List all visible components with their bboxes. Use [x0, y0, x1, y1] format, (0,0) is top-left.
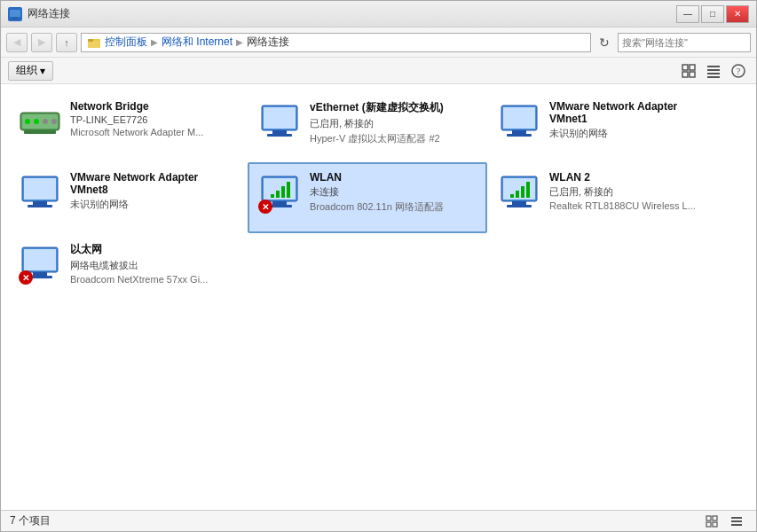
- net-item-wlan2[interactable]: WLAN 2 已启用, 桥接的 Realtek RTL8188CU Wirele…: [487, 162, 727, 233]
- svg-rect-26: [272, 130, 287, 134]
- address-bar: ◀ ▶ ↑ 控制面板 ▶ 网络和 Internet ▶ 网络连接 ↻: [1, 27, 756, 58]
- adapter-status: 未连接: [310, 185, 477, 199]
- svg-rect-25: [264, 107, 296, 129]
- svg-rect-8: [690, 65, 695, 70]
- adapter-status: TP-LINK_EE7726: [70, 114, 237, 125]
- svg-rect-53: [24, 249, 56, 270]
- adapter-info: 以太网 网络电缆被拔出 Broadcom NetXtreme 57xx Gi..…: [70, 242, 237, 285]
- folder-icon: [87, 35, 101, 50]
- svg-rect-29: [503, 107, 535, 129]
- adapter-desc: Broadcom NetXtreme 57xx Gi...: [70, 274, 230, 285]
- adapter-desc: Hyper-V 虚拟以太网适配器 #2: [310, 132, 469, 145]
- adapter-status: 未识别的网络: [70, 198, 237, 211]
- svg-point-22: [51, 119, 57, 124]
- item-count: 7 个项目: [10, 513, 51, 528]
- titlebar: 网络连接 — □ ✕: [1, 1, 756, 27]
- adapter-info: WLAN 2 已启用, 桥接的 Realtek RTL8188CU Wirele…: [549, 171, 716, 211]
- svg-rect-12: [707, 69, 720, 71]
- svg-rect-30: [512, 130, 526, 134]
- organize-arrow: ▾: [40, 65, 45, 77]
- svg-rect-47: [507, 205, 532, 207]
- help-button[interactable]: ?: [728, 61, 749, 81]
- search-bar[interactable]: [618, 33, 751, 52]
- svg-point-19: [25, 119, 30, 124]
- svg-rect-58: [706, 522, 711, 527]
- svg-rect-49: [516, 191, 519, 198]
- adapter-name: WLAN 2: [549, 171, 716, 184]
- adapter-name: VMware Network Adapter VMnet8: [70, 171, 237, 196]
- statusbar-view2[interactable]: [726, 512, 747, 531]
- search-input[interactable]: [622, 37, 745, 48]
- window-title: 网络连接: [28, 6, 70, 21]
- svg-rect-42: [281, 186, 285, 198]
- adapter-info: VMware Network Adapter VMnet8 未识别的网络: [70, 171, 237, 213]
- svg-rect-43: [287, 182, 290, 198]
- svg-rect-13: [707, 73, 720, 74]
- adapter-name: WLAN: [310, 171, 477, 184]
- net-item-vmware-vmnet1[interactable]: VMware Network Adapter VMnet1 未识别的网络: [487, 91, 727, 162]
- toolbar-left: 组织 ▾: [8, 61, 53, 81]
- svg-rect-23: [24, 130, 56, 134]
- svg-rect-41: [276, 191, 280, 198]
- svg-text:?: ?: [737, 66, 741, 76]
- adapter-status: 已启用, 桥接的: [310, 117, 477, 130]
- statusbar-view1[interactable]: [701, 512, 722, 531]
- svg-rect-48: [510, 194, 514, 198]
- svg-rect-61: [731, 520, 742, 522]
- net-item-ethernet[interactable]: ✕ 以太网 网络电缆被拔出 Broadcom NetXtreme 57xx Gi…: [8, 233, 248, 304]
- svg-rect-33: [24, 178, 56, 200]
- organize-label: 组织: [16, 63, 37, 78]
- svg-rect-0: [10, 10, 20, 17]
- view-toggle-button[interactable]: [678, 61, 699, 81]
- adapter-status: 网络电缆被拔出: [70, 259, 237, 272]
- svg-rect-31: [507, 134, 532, 137]
- adapter-info: vEthernet (新建虚拟交换机) 已启用, 桥接的 Hyper-V 虚拟以…: [310, 100, 477, 145]
- svg-point-21: [43, 119, 48, 124]
- forward-button[interactable]: ▶: [31, 33, 52, 52]
- error-icon: ✕: [19, 270, 33, 285]
- net-item-vmware-vmnet8[interactable]: VMware Network Adapter VMnet8 未识别的网络: [8, 162, 248, 233]
- svg-rect-27: [267, 134, 292, 137]
- svg-rect-38: [272, 201, 287, 205]
- organize-button[interactable]: 组织 ▾: [8, 61, 53, 81]
- breadcrumb-controlpanel[interactable]: 控制面板: [105, 35, 147, 50]
- adapter-name: VMware Network Adapter VMnet1: [549, 100, 716, 125]
- up-button[interactable]: ↑: [56, 33, 77, 52]
- net-item-vethernet[interactable]: vEthernet (新建虚拟交换机) 已启用, 桥接的 Hyper-V 虚拟以…: [248, 91, 487, 162]
- svg-rect-10: [690, 72, 695, 77]
- back-button[interactable]: ◀: [6, 33, 28, 52]
- svg-rect-4: [88, 39, 93, 42]
- titlebar-controls: — □ ✕: [676, 5, 749, 23]
- breadcrumb-bar: 控制面板 ▶ 网络和 Internet ▶ 网络连接: [81, 33, 591, 52]
- adapter-name: vEthernet (新建虚拟交换机): [310, 100, 477, 115]
- adapter-name: Network Bridge: [70, 100, 237, 113]
- svg-rect-34: [33, 201, 47, 205]
- adapter-icon: [498, 171, 540, 214]
- net-item-network-bridge[interactable]: Network Bridge TP-LINK_EE7726 Microsoft …: [8, 91, 248, 162]
- svg-rect-51: [526, 182, 530, 198]
- content-area: Network Bridge TP-LINK_EE7726 Microsoft …: [1, 84, 756, 510]
- adapter-desc: Broadcom 802.11n 网络适配器: [310, 200, 469, 214]
- adapter-desc: Realtek RTL8188CU Wireless L...: [549, 200, 709, 211]
- minimize-button[interactable]: —: [676, 5, 699, 23]
- adapter-icon: [258, 100, 301, 143]
- adapter-icon: [19, 171, 61, 214]
- svg-rect-54: [33, 272, 47, 276]
- error-icon: ✕: [258, 200, 272, 214]
- net-item-wlan[interactable]: ✕ WLAN 未连接 Broadcom 802.11n 网络适配器: [248, 162, 487, 233]
- toolbar: 组织 ▾ ?: [1, 58, 756, 84]
- close-button[interactable]: ✕: [726, 5, 749, 23]
- adapter-name: 以太网: [70, 242, 237, 257]
- refresh-button[interactable]: ↻: [595, 33, 614, 52]
- statusbar-right: [701, 512, 747, 531]
- details-view-button[interactable]: [703, 61, 724, 81]
- svg-rect-9: [682, 72, 688, 77]
- svg-rect-1: [12, 17, 18, 19]
- adapter-info: VMware Network Adapter VMnet1 未识别的网络: [549, 100, 716, 142]
- app-icon: [8, 7, 22, 21]
- svg-rect-2: [11, 19, 20, 20]
- breadcrumb-network[interactable]: 网络和 Internet: [162, 35, 233, 50]
- toolbar-right: ?: [678, 61, 749, 81]
- adapter-icon: [19, 100, 61, 143]
- maximize-button[interactable]: □: [701, 5, 724, 23]
